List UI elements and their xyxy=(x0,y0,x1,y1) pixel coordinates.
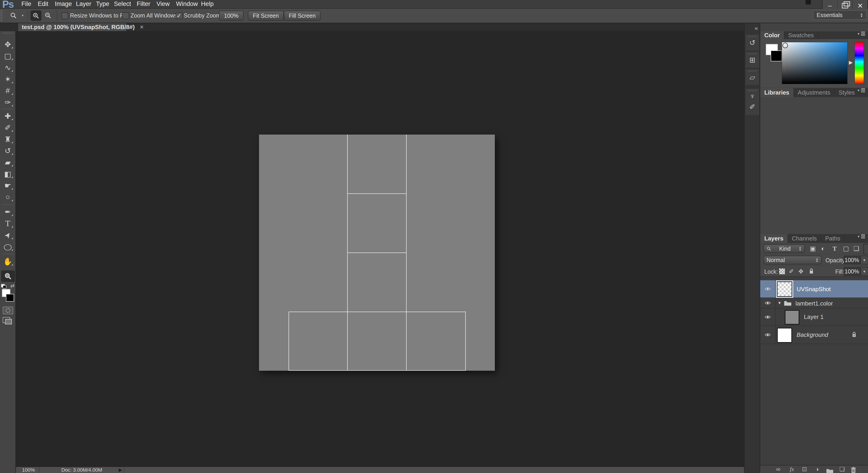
dodge-tool[interactable]: ○ xyxy=(1,191,14,203)
screen-mode-button[interactable] xyxy=(3,317,12,324)
color-gradient-field[interactable] xyxy=(782,42,847,84)
layer-effects-icon[interactable]: fx xyxy=(790,466,794,473)
resize-windows-checkbox[interactable] xyxy=(61,12,68,19)
filter-pixel-layers-icon[interactable]: ▣ xyxy=(810,243,816,254)
layer-name[interactable]: UVSnapShot xyxy=(797,286,831,293)
lock-image-icon[interactable]: ✐ xyxy=(789,266,794,277)
blend-mode-dropdown[interactable]: Normal ▲▼ xyxy=(764,256,822,264)
color-picker-marker[interactable] xyxy=(782,43,788,48)
fit-screen-button[interactable]: Fit Screen xyxy=(248,11,284,21)
layer-name[interactable]: Background xyxy=(797,332,828,339)
delete-layer-icon[interactable] xyxy=(851,466,856,473)
swap-colors-icon[interactable]: ⇄ xyxy=(10,283,14,289)
menu-edit[interactable]: Edit xyxy=(37,0,49,8)
layer-filter-kind-dropdown[interactable]: Kind ▲▼ xyxy=(764,244,805,253)
scrubby-zoom-checkbox[interactable]: ✓ xyxy=(176,12,182,19)
brush-panel-icon[interactable]: ✐ xyxy=(745,102,759,111)
tool-preset-dropdown-icon[interactable]: ▾ xyxy=(22,9,24,23)
history-panel-icon[interactable]: ↺ xyxy=(745,38,759,47)
menu-type[interactable]: Type xyxy=(95,0,110,8)
filter-type-layers-icon[interactable]: T xyxy=(833,243,837,254)
eraser-tool[interactable]: ▰ xyxy=(1,157,14,168)
fill-value[interactable]: 100% xyxy=(844,267,861,275)
chevron-down-icon[interactable]: ▼ xyxy=(861,267,868,275)
new-layer-icon[interactable]: ❏ xyxy=(839,466,844,473)
rectangular-marquee-tool[interactable]: ▢ xyxy=(1,50,14,62)
toolbar-grip[interactable] xyxy=(3,32,13,34)
pen-tool[interactable]: ✒ xyxy=(1,206,14,218)
clone-stamp-tool[interactable]: ♜ xyxy=(1,133,14,145)
new-adjustment-layer-icon[interactable]: ◑ xyxy=(815,466,819,473)
layer-name[interactable]: Layer 1 xyxy=(804,313,824,320)
lasso-tool[interactable]: ∿ xyxy=(1,62,14,73)
panel-resize-grip[interactable]: ⋰ xyxy=(863,82,867,87)
chevron-down-icon[interactable]: ▼ xyxy=(861,256,868,264)
panel-menu-icon[interactable]: ▾≣ xyxy=(858,234,866,239)
smudge-tool[interactable]: ☛ xyxy=(1,180,14,191)
layer-row-lambert1-group[interactable]: ▼ lambert1.color xyxy=(760,298,868,309)
lock-transparency-icon[interactable] xyxy=(779,268,785,275)
menu-file[interactable]: File xyxy=(21,0,32,8)
document-tab[interactable]: test.psd @ 100% (UVSnapShot, RGB/8#) ✕ xyxy=(18,23,126,31)
menu-select[interactable]: Select xyxy=(113,0,132,8)
background-color-swatch[interactable] xyxy=(6,294,14,302)
hue-ramp[interactable] xyxy=(855,42,864,84)
dock-group-grip[interactable] xyxy=(748,36,757,37)
status-zoom-level[interactable]: 100% xyxy=(22,467,35,473)
layer-row-background[interactable]: Background xyxy=(760,326,868,344)
quick-mask-button[interactable] xyxy=(3,307,13,314)
dock-group-grip[interactable] xyxy=(748,70,757,72)
options-bar-grip[interactable] xyxy=(0,10,2,21)
lock-all-icon[interactable] xyxy=(809,268,814,274)
menu-image[interactable]: Image xyxy=(54,0,73,8)
filter-smart-objects-icon[interactable]: ❏ xyxy=(854,243,859,254)
menu-layer[interactable]: Layer xyxy=(75,0,92,8)
fill-screen-button[interactable]: Fill Screen xyxy=(284,11,321,21)
filter-adjustment-layers-icon[interactable]: ◐ xyxy=(821,243,825,254)
spot-healing-brush-tool[interactable]: ✚ xyxy=(1,110,14,122)
fill-field[interactable]: 100% ▼ xyxy=(844,267,868,276)
status-doc-size[interactable]: Doc: 3.00M/4.00M xyxy=(39,467,124,473)
tab-color[interactable]: Color xyxy=(760,31,784,39)
menu-view[interactable]: View xyxy=(156,0,170,8)
zoom-all-windows-checkbox[interactable] xyxy=(122,12,129,19)
layer-row-uvsnapshot[interactable]: UVSnapShot xyxy=(760,280,868,298)
info-panel-icon[interactable]: ▱ xyxy=(745,73,759,82)
type-tool[interactable]: T xyxy=(1,218,14,229)
tab-layers[interactable]: Layers xyxy=(760,234,788,243)
layer-row-layer1[interactable]: Layer 1 xyxy=(760,309,868,326)
panel-menu-icon[interactable]: ▾≣ xyxy=(858,31,866,36)
gradient-tool[interactable]: ◧ xyxy=(1,168,14,180)
panel-menu-icon[interactable]: ▾≣ xyxy=(858,88,866,93)
hue-slider-icon[interactable]: ▶ xyxy=(849,60,853,65)
layer-name[interactable]: lambert1.color xyxy=(796,300,833,307)
status-menu-arrow-icon[interactable]: ▶ xyxy=(119,467,122,473)
new-group-icon[interactable] xyxy=(826,467,833,473)
zoom-in-button[interactable] xyxy=(30,10,41,21)
zoom-100-button[interactable]: 100% xyxy=(219,11,244,21)
visibility-toggle[interactable] xyxy=(760,280,776,297)
tab-paths[interactable]: Paths xyxy=(821,234,845,243)
panel-background-swatch[interactable] xyxy=(771,51,782,61)
tab-libraries[interactable]: Libraries xyxy=(760,88,794,97)
zoom-tool[interactable] xyxy=(1,270,15,282)
eyedropper-tool[interactable]: ✑ xyxy=(1,97,14,108)
zoom-out-button[interactable] xyxy=(43,10,53,21)
crop-tool[interactable]: # xyxy=(1,85,14,96)
default-colors-icon[interactable] xyxy=(1,284,5,287)
move-tool[interactable]: ✥ xyxy=(1,39,14,50)
lock-position-icon[interactable]: ✥ xyxy=(798,266,803,277)
layer-filter-toggle[interactable] xyxy=(864,244,868,254)
close-tab-icon[interactable]: ✕ xyxy=(140,24,144,30)
path-selection-tool[interactable]: ➤ xyxy=(1,229,14,241)
zoom-tool-preset-button[interactable] xyxy=(8,10,19,21)
menu-help[interactable]: Help xyxy=(200,0,215,8)
visibility-toggle[interactable] xyxy=(760,309,776,325)
tab-styles[interactable]: Styles xyxy=(835,88,859,97)
history-brush-tool[interactable]: ↺ xyxy=(1,145,14,156)
menu-filter[interactable]: Filter xyxy=(136,0,151,8)
add-layer-mask-icon[interactable]: ⊡ xyxy=(802,466,807,473)
layer-thumbnail[interactable] xyxy=(785,310,799,324)
dock-group-grip[interactable] xyxy=(748,53,757,54)
tool-presets-panel-icon[interactable]: ♆ xyxy=(745,92,759,100)
